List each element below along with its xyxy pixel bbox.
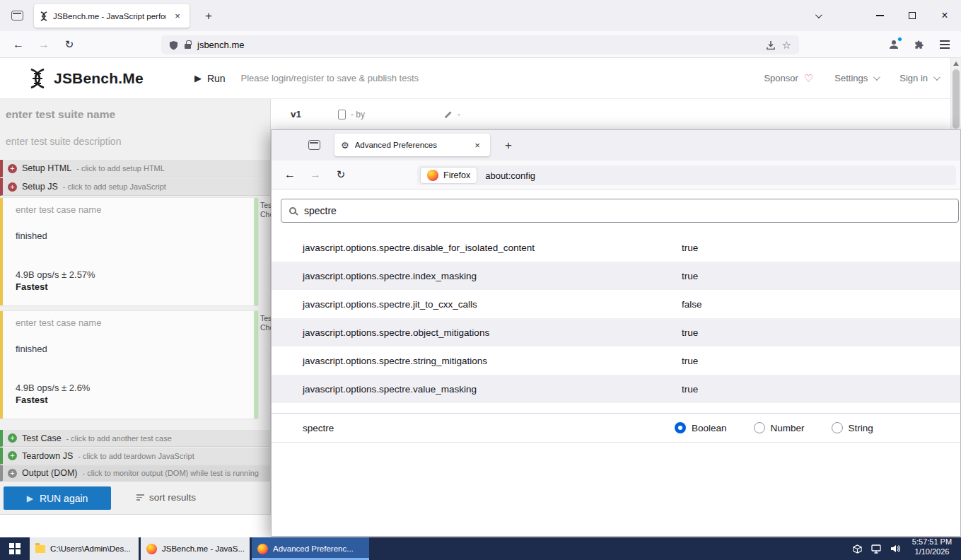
scrollbar-thumb[interactable] [953, 69, 960, 129]
package-icon[interactable] [853, 544, 862, 554]
windows-logo-icon [9, 543, 21, 554]
firefox-view-icon[interactable] [303, 137, 325, 153]
sort-results-button[interactable]: sort results [136, 492, 196, 503]
add-test-case-row[interactable]: + Test Case - click to add another test … [0, 430, 270, 447]
reload-button[interactable]: ↻ [330, 163, 352, 186]
jsbench-favicon [40, 11, 48, 21]
taskbar-item-jsbench[interactable]: JSBench.me - JavaS... [141, 537, 250, 560]
desktop: JSBench.me - JavaScript perform × + × ← … [0, 0, 961, 560]
edited-label: - [458, 110, 460, 119]
suite-toolbar: v1 - by - [272, 99, 950, 129]
author-label: - by [351, 110, 365, 119]
add-icon: + [8, 469, 17, 478]
pref-row[interactable]: javascript.options.spectre.value_masking… [272, 375, 960, 403]
type-option-number[interactable]: Number [754, 422, 805, 433]
search-input[interactable] [304, 205, 950, 216]
sponsor-link[interactable]: Sponsor ♡ [764, 72, 813, 85]
window-minimize-button[interactable] [863, 0, 896, 31]
main-nav-bar: ← → ↻ jsbench.me ☆ [0, 31, 961, 58]
login-notice: Please login/register to save & publish … [241, 73, 419, 83]
output-dom-row[interactable]: + Output (DOM) - click to monitor output… [0, 465, 270, 482]
pref-name: javascript.options.spectre.index_masking [303, 271, 682, 281]
version-selector[interactable]: v1 [291, 109, 301, 119]
pref-name: javascript.options.spectre.string_mitiga… [303, 356, 682, 366]
network-icon[interactable] [871, 544, 881, 554]
pref-value: true [682, 271, 698, 281]
settings-menu[interactable]: Settings [834, 73, 878, 83]
window-close-button[interactable]: × [928, 0, 961, 31]
new-tab-button[interactable]: + [199, 7, 218, 25]
account-notification-dot [897, 37, 902, 42]
forward-button[interactable]: → [304, 163, 327, 186]
account-icon[interactable] [883, 33, 905, 56]
test-case-card[interactable]: enter test case name finished 4.9B ops/s… [0, 198, 258, 305]
chevron-down-icon [873, 74, 880, 81]
fastest-badge: Fastest [16, 395, 48, 405]
scroll-up-icon[interactable] [953, 62, 959, 66]
forward-button[interactable]: → [33, 33, 55, 56]
type-option-string[interactable]: String [832, 422, 873, 433]
pref-row[interactable]: javascript.options.spectre.index_masking… [272, 262, 960, 290]
window-maximize-button[interactable] [896, 0, 928, 31]
test-case-result: 4.9B ops/s ± 2.57% [16, 269, 95, 280]
pref-name: javascript.options.spectre.jit_to_cxx_ca… [303, 299, 682, 310]
url-bar[interactable]: jsbench.me ☆ [161, 35, 799, 54]
list-all-tabs-icon[interactable] [805, 0, 830, 31]
type-option-boolean[interactable]: Boolean [675, 422, 727, 433]
back-button[interactable]: ← [279, 163, 301, 186]
pref-row[interactable]: javascript.options.spectre.jit_to_cxx_ca… [272, 290, 960, 318]
pref-row[interactable]: javascript.options.spectre.string_mitiga… [272, 346, 960, 375]
pref-value: true [682, 356, 698, 366]
about-config-page: javascript.options.spectre.disable_for_i… [272, 189, 960, 536]
identity-chip[interactable]: Firefox [421, 168, 477, 183]
setup-js-row[interactable]: + Setup JS - click to add setup JavaScri… [0, 178, 270, 196]
teardown-js-row[interactable]: + Teardown JS - click to add teardown Ja… [0, 448, 270, 465]
menu-icon[interactable] [933, 33, 956, 56]
test-case-name-field[interactable]: enter test case name [16, 204, 101, 215]
extensions-icon[interactable] [908, 33, 931, 56]
volume-icon[interactable] [890, 544, 900, 553]
back-button[interactable]: ← [7, 33, 30, 56]
radio-icon[interactable] [754, 422, 765, 433]
suite-name-field[interactable]: enter test suite name [6, 108, 115, 121]
taskbar-item-advanced-preferences[interactable]: Advanced Preferenc... [252, 537, 369, 560]
save-page-icon[interactable] [766, 40, 776, 50]
add-icon: + [8, 433, 17, 443]
pref-value: true [682, 327, 698, 338]
tab-title: JSBench.me - JavaScript perform [53, 12, 166, 21]
test-case-name-field[interactable]: enter test case name [16, 317, 101, 328]
test-suite-panel: enter test suite name enter test suite d… [0, 99, 271, 515]
pref-value: true [682, 243, 698, 253]
firefox-view-icon[interactable] [6, 8, 28, 23]
taskbar: C:\Users\Admin\Des... JSBench.me - JavaS… [0, 537, 961, 560]
pref-table: javascript.options.spectre.disable_for_i… [272, 233, 960, 403]
pref-row[interactable]: javascript.options.spectre.object_mitiga… [272, 318, 960, 346]
reload-button[interactable]: ↻ [58, 33, 81, 56]
sign-in-menu[interactable]: Sign in [899, 73, 938, 83]
tab-advanced-preferences[interactable]: ⚙ Advanced Preferences × [334, 134, 490, 156]
suite-description-field[interactable]: enter test suite description [6, 136, 121, 147]
pref-search-box[interactable] [281, 199, 959, 223]
start-button[interactable] [0, 537, 30, 560]
taskbar-clock[interactable]: 5:57:51 PM 1/10/2026 [909, 537, 961, 560]
tab-jsbench[interactable]: JSBench.me - JavaScript perform × [34, 4, 190, 28]
brand-title: JSBench.Me [54, 70, 144, 87]
pref-row[interactable]: javascript.options.spectre.disable_for_i… [272, 233, 960, 262]
run-button[interactable]: ▶ Run [194, 73, 226, 84]
radio-icon[interactable] [832, 422, 843, 433]
radio-checked-icon[interactable] [675, 422, 686, 433]
add-pref-row: spectre Boolean Number String [272, 413, 960, 443]
test-case-card[interactable]: enter test case name finished 4.9B ops/s… [0, 311, 258, 419]
setup-html-row[interactable]: + Setup HTML - click to add setup HTML [0, 160, 270, 177]
bookmark-star-icon[interactable]: ☆ [782, 39, 791, 52]
url-bar[interactable]: Firefox about:config [417, 165, 956, 185]
jsbench-header: JSBench.Me ▶ Run Please login/register t… [0, 58, 961, 99]
tab-close-icon[interactable]: × [471, 139, 484, 151]
test-case-status: finished [16, 231, 47, 241]
new-tab-button[interactable]: + [499, 136, 518, 155]
add-icon: + [8, 451, 17, 460]
firefox-logo-icon [146, 544, 157, 554]
tab-close-icon[interactable]: × [171, 10, 184, 23]
run-again-button[interactable]: ▶ RUN again [4, 486, 111, 510]
taskbar-item-explorer[interactable]: C:\Users\Admin\Des... [30, 537, 139, 560]
